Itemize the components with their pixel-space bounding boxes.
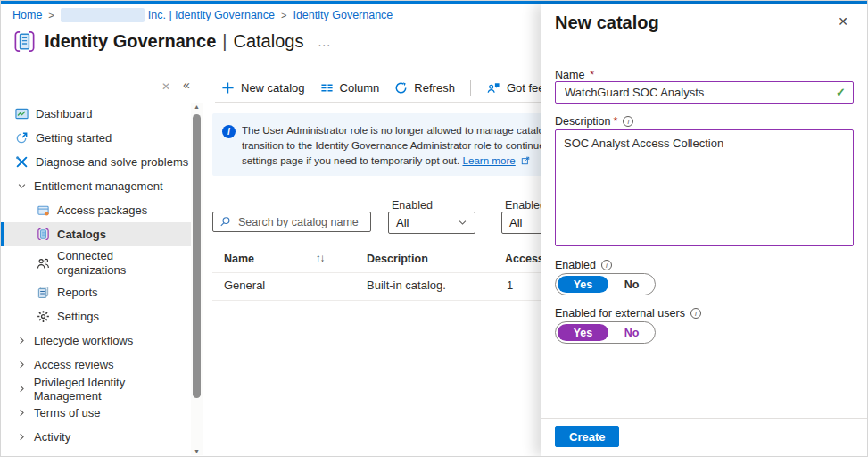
chevron-right-icon [17, 360, 28, 370]
breadcrumb-home[interactable]: Home [12, 9, 42, 21]
scrollbar-thumb[interactable] [193, 114, 201, 398]
sidebar-item-access-packages[interactable]: Access packages [1, 198, 191, 222]
enabled-label-text: Enabled [555, 259, 596, 271]
sidebar-group-access-reviews[interactable]: Access reviews [1, 353, 191, 377]
columns-icon [320, 81, 334, 95]
sidebar-item-connected-organizations[interactable]: Connected organizations [1, 246, 191, 280]
sidebar-menu: Dashboard Getting started Diagnose and s… [1, 102, 191, 449]
sort-icon[interactable]: ↑↓ [316, 253, 325, 263]
reports-icon [36, 286, 50, 300]
chevron-right-icon [17, 432, 28, 442]
sidebar-group-entitlement-management[interactable]: Entitlement management [1, 174, 191, 198]
banner-line-1: The User Administrator role is no longer… [242, 122, 585, 137]
column-header-description[interactable]: Description [367, 253, 428, 265]
resource-menu-sidebar: ✕ « Dashboard Getting started Diagnose a… [1, 72, 206, 456]
sidebar-item-label: Dashboard [36, 107, 93, 120]
more-actions-button[interactable]: ... [318, 35, 331, 49]
description-label-text: Description [555, 115, 611, 128]
info-banner: i The User Administrator role is no long… [212, 113, 587, 176]
command-bar: New catalog Column Refresh Got feedback? [221, 78, 582, 97]
banner-line-3: settings page if you need to temporarily… [242, 153, 585, 168]
learn-more-link[interactable]: Learn more [463, 154, 516, 166]
sidebar-item-label: Lifecycle workflows [34, 334, 133, 347]
name-input[interactable] [563, 85, 836, 100]
sidebar-group-activity[interactable]: Activity [1, 425, 191, 449]
feedback-icon [486, 81, 500, 95]
sidebar-item-reports[interactable]: Reports [1, 280, 191, 304]
cell-catalog-name[interactable]: General [224, 278, 265, 292]
sidebar-item-label: Terms of use [34, 406, 100, 420]
refresh-button[interactable]: Refresh [394, 81, 455, 95]
panel-title: New catalog [555, 12, 659, 33]
getting-started-icon [14, 131, 29, 145]
breadcrumb-tenant-label: Inc. | Identity Governance [148, 9, 275, 21]
sidebar-item-label: Access packages [57, 204, 147, 217]
scrollbar-down-arrow-icon[interactable]: ▼ [191, 448, 203, 454]
enabled-filter-label-2: Enabled [505, 199, 546, 212]
scrollbar-up-arrow-icon[interactable]: ▲ [191, 104, 203, 110]
catalog-search-box [212, 212, 371, 232]
column-header-access[interactable]: Access [505, 253, 544, 265]
search-icon [219, 216, 231, 228]
breadcrumb-current[interactable]: Identity Governance [293, 9, 393, 21]
sidebar-item-diagnose[interactable]: Diagnose and solve problems [1, 150, 191, 174]
sidebar-item-label: Access reviews [34, 358, 114, 371]
sidebar-group-lifecycle-workflows[interactable]: Lifecycle workflows [1, 328, 191, 353]
info-icon[interactable]: i [690, 308, 701, 319]
breadcrumb-separator: > [48, 10, 54, 21]
sidebar-item-label: Entitlement management [34, 179, 163, 193]
sidebar-group-privileged-identity-management[interactable]: Privileged Identity Management [1, 377, 191, 401]
catalogs-icon [36, 228, 50, 242]
enabled-field-label: Enabled i [555, 259, 612, 271]
search-input[interactable] [236, 215, 364, 229]
toggle-no-option[interactable]: No [608, 278, 655, 291]
sidebar-item-dashboard[interactable]: Dashboard [1, 102, 191, 126]
chevron-down-icon [458, 218, 467, 228]
close-icon[interactable]: ✕ [838, 14, 848, 29]
toggle-yes-option[interactable]: Yes [558, 276, 608, 293]
sidebar-item-catalogs[interactable]: Catalogs [1, 222, 191, 246]
sidebar-item-label: Privileged Identity Management [34, 376, 191, 403]
toggle-no-option[interactable]: No [608, 327, 655, 339]
info-icon[interactable]: i [623, 116, 633, 127]
sidebar-item-label: Reports [57, 286, 98, 299]
external-users-toggle[interactable]: Yes No [555, 321, 656, 344]
sidebar-collapse-icon[interactable]: « [183, 78, 190, 92]
sidebar-scrollbar[interactable]: ▲ ▼ [191, 103, 203, 455]
sidebar-search-clear-icon[interactable]: ✕ [161, 80, 170, 93]
column-header-name[interactable]: Name [224, 253, 254, 265]
breadcrumb: Home > Inc. | Identity Governance > Iden… [12, 8, 393, 22]
enabled-toggle[interactable]: Yes No [555, 273, 656, 295]
toggle-yes-option[interactable]: Yes [558, 324, 608, 341]
enabled-filter-value-2: All [509, 216, 522, 229]
identity-governance-icon [12, 29, 37, 54]
name-field-label: Name* [555, 69, 594, 81]
enabled-filter-value: All [396, 216, 409, 229]
diagnose-tools-icon [14, 155, 29, 170]
description-textarea[interactable]: SOC Analyst Access Collection [555, 129, 854, 246]
column-button[interactable]: Column [320, 81, 380, 95]
column-label: Column [340, 81, 380, 95]
external-link-icon [521, 156, 530, 165]
toolbar-divider [470, 80, 471, 96]
new-catalog-button[interactable]: New catalog [221, 81, 305, 95]
enabled-filter-dropdown[interactable]: All [388, 212, 475, 234]
plus-icon [221, 81, 235, 95]
sidebar-item-getting-started[interactable]: Getting started [1, 126, 191, 150]
description-field-label: Description* i [555, 115, 633, 128]
breadcrumb-tenant[interactable]: Inc. | Identity Governance [61, 8, 275, 22]
external-users-label-text: Enabled for external users [555, 307, 685, 320]
refresh-label: Refresh [414, 81, 455, 95]
panel-footer-divider [541, 418, 868, 419]
sidebar-item-label: Getting started [36, 131, 112, 145]
new-catalog-label: New catalog [241, 81, 305, 95]
chevron-right-icon [17, 384, 28, 394]
create-button[interactable]: Create [555, 426, 619, 447]
title-divider: | [222, 31, 227, 52]
sidebar-item-settings[interactable]: Settings [1, 304, 191, 328]
name-field: ✓ [555, 81, 854, 104]
sidebar-group-terms-of-use[interactable]: Terms of use [1, 401, 191, 425]
info-icon[interactable]: i [601, 260, 612, 270]
info-icon: i [222, 125, 236, 138]
breadcrumb-separator: > [281, 10, 286, 21]
